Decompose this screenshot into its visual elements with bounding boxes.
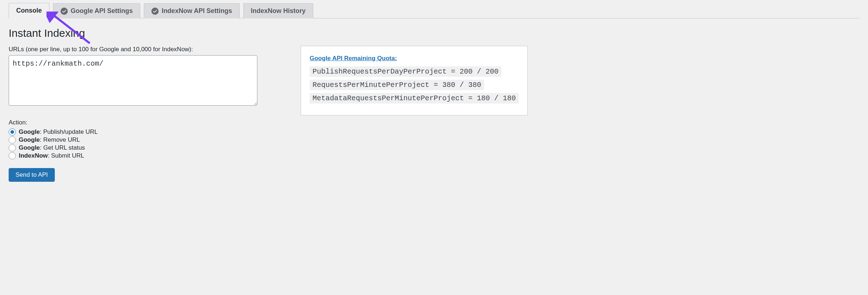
action-option-google-remove[interactable]: Google: Remove URL (9, 136, 257, 144)
radio-indexnow-submit[interactable] (9, 152, 16, 159)
tab-bar: Console Google API Settings IndexNow API… (9, 0, 859, 18)
quota-box: Google API Remaining Quota: PublishReque… (301, 46, 528, 115)
check-circle-icon (151, 8, 159, 15)
check-circle-icon (61, 8, 68, 15)
tab-label: IndexNow History (251, 7, 306, 15)
action-option-google-status[interactable]: Google: Get URL status (9, 144, 257, 151)
radio-google-status[interactable] (9, 144, 16, 151)
tab-label: Console (16, 7, 42, 14)
svg-point-0 (61, 8, 68, 15)
action-option-google-publish[interactable]: Google: Publish/update URL (9, 128, 257, 136)
action-option-indexnow-submit[interactable]: IndexNow: Submit URL (9, 152, 257, 159)
google-quota-link[interactable]: Google API Remaining Quota: (310, 55, 397, 62)
tab-indexnow-api-settings[interactable]: IndexNow API Settings (144, 3, 239, 18)
tab-label: Google API Settings (71, 7, 133, 15)
quota-row: PublishRequestsPerDayPerProject = 200 / … (310, 66, 501, 77)
action-label: Action: (9, 119, 257, 126)
radio-google-remove[interactable] (9, 136, 16, 144)
quota-row: MetadataRequestsPerMinutePerProject = 18… (310, 93, 519, 104)
tab-google-api-settings[interactable]: Google API Settings (53, 3, 140, 18)
tab-label: IndexNow API Settings (161, 7, 232, 15)
tab-indexnow-history[interactable]: IndexNow History (243, 3, 313, 18)
urls-textarea[interactable] (9, 55, 257, 106)
page-title: Instant Indexing (9, 27, 859, 39)
svg-point-1 (151, 8, 159, 15)
urls-label: URLs (one per line, up to 100 for Google… (9, 46, 257, 53)
radio-google-publish[interactable] (9, 128, 16, 136)
tab-console[interactable]: Console (9, 3, 49, 18)
send-to-api-button[interactable]: Send to API (9, 168, 55, 182)
quota-row: RequestsPerMinutePerProject = 380 / 380 (310, 80, 484, 90)
